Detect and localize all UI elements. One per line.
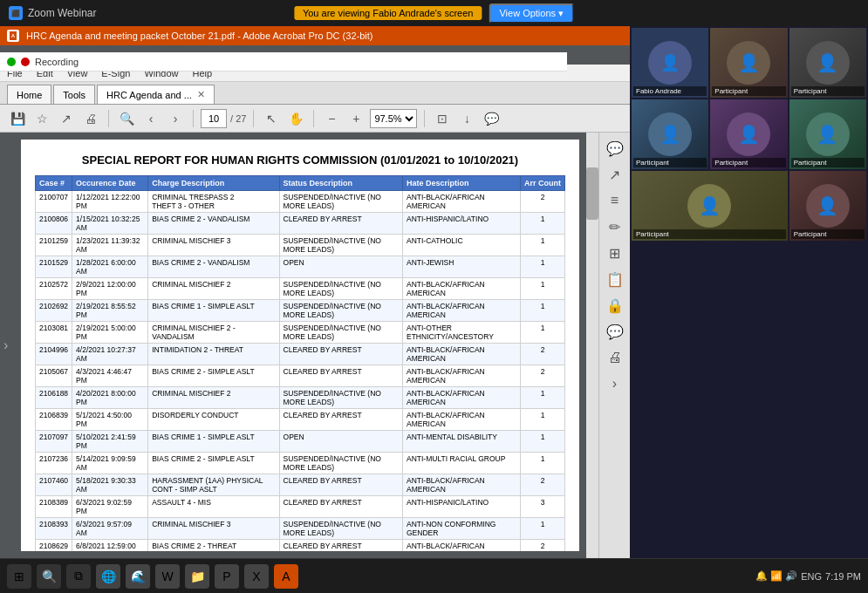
cursor-tool[interactable]: ↖ (261, 108, 282, 129)
acrobat-taskbar-icon[interactable]: A (274, 564, 298, 589)
scrollbar-thumb[interactable] (586, 167, 598, 220)
table-cell: 1/23/2021 11:39:32 AM (72, 235, 148, 256)
participant-cell-3: 👤 Participant (789, 28, 866, 98)
table-cell: BIAS CRIME 2 - VANDALISM (148, 256, 279, 278)
taskbar-left: ⊞ 🔍 ⧉ 🌐 🌊 W 📁 P X A (7, 564, 298, 589)
table-row: 21070975/10/2021 2:41:59 PMBIAS CRIME 1 … (36, 431, 565, 453)
avatar-3: 👤 (806, 41, 850, 85)
vertical-scrollbar[interactable] (586, 133, 598, 558)
tab-home[interactable]: Home (7, 85, 51, 104)
tab-home-label: Home (17, 90, 42, 100)
table-cell: 6/8/2021 12:59:00 PM (72, 540, 148, 552)
task-view-button[interactable]: ⧉ (66, 564, 91, 589)
tab-document[interactable]: HRC Agenda and ... ✕ (97, 85, 215, 104)
table-cell: BIAS CRIME 2 - THREAT (148, 540, 279, 552)
table-cell: CRIMINAL MISCHIEF 3 (148, 518, 279, 540)
explorer-icon[interactable]: 📁 (185, 564, 209, 589)
chrome-icon[interactable]: 🌐 (96, 564, 120, 589)
table-cell: ANTI-BLACK/AFRICAN AMERICAN (403, 387, 521, 409)
avatar-7: 👤 (687, 184, 731, 228)
participant-cell-7: 👤 Participant (632, 171, 788, 241)
table-row: 21049964/2/2021 10:27:37 AMINTIMIDATION … (36, 344, 565, 365)
search-taskbar[interactable]: 🔍 (37, 564, 61, 589)
panel-comments-icon[interactable]: 💬 (603, 136, 627, 160)
table-cell: 1 (520, 213, 564, 235)
table-cell: CLEARED BY ARREST (279, 540, 402, 552)
table-cell: 6/3/2021 9:02:59 PM (72, 496, 148, 518)
page-number-input[interactable] (201, 109, 227, 128)
col-occurrence: Occurence Date (72, 176, 148, 191)
share-button[interactable]: ↗ (56, 108, 77, 129)
panel-review-icon[interactable]: 💬 (603, 319, 627, 344)
table-cell: 4/20/2021 8:00:00 PM (72, 387, 148, 409)
tab-close-icon[interactable]: ✕ (197, 89, 205, 100)
prev-page-button[interactable]: ‹ (140, 108, 161, 129)
acrobat-app-icon: A (7, 30, 19, 42)
acrobat-toolbar: 💾 ☆ ↗ 🖨 🔍 ‹ › / 27 ↖ ✋ − + 97.5% ⊡ ↓ 💬 (0, 105, 630, 133)
pdf-scroll-area[interactable]: SPECIAL REPORT FOR HUMAN RIGHTS COMMISSI… (14, 133, 586, 558)
table-cell: 2/19/2021 8:55:52 PM (72, 300, 148, 322)
panel-fill-icon[interactable]: 📋 (603, 267, 627, 291)
panel-print-icon[interactable]: 🖨 (603, 345, 627, 370)
excel-icon[interactable]: X (244, 564, 269, 589)
table-cell: CLEARED BY ARREST (279, 496, 402, 518)
panel-more-icon[interactable]: › (603, 371, 627, 396)
table-cell: ANTI-JEWISH (403, 256, 521, 278)
participant-name-8: Participant (791, 229, 865, 239)
table-cell: 2107236 (36, 453, 72, 474)
marquee-tool[interactable]: ⊡ (432, 108, 453, 129)
tab-document-label: HRC Agenda and ... (106, 90, 192, 100)
table-cell: 2108629 (36, 540, 72, 552)
acrobat-titlebar: A HRC Agenda and meeting packet October … (0, 26, 630, 45)
main-area: A HRC Agenda and meeting packet October … (0, 26, 868, 558)
left-nav-arrow[interactable]: › (3, 337, 8, 353)
hand-tool[interactable]: ✋ (285, 108, 306, 129)
col-hate: Hate Description (403, 176, 521, 191)
edge-icon[interactable]: 🌊 (126, 564, 150, 589)
avatar-6: 👤 (806, 112, 850, 156)
panel-protect-icon[interactable]: 🔒 (603, 293, 627, 317)
word-icon[interactable]: W (155, 564, 180, 589)
participant-cell-6: 👤 Participant (789, 99, 866, 169)
download-button[interactable]: ↓ (456, 108, 477, 129)
table-cell: 5/10/2021 2:41:59 PM (72, 431, 148, 453)
panel-tools-icon[interactable]: ≡ (603, 188, 627, 213)
table-row: 21074605/18/2021 9:30:33 AMHARASSMENT (1… (36, 474, 565, 496)
zoom-out-btn[interactable]: 🔍 (116, 108, 137, 129)
tray-icons: 🔔 📶 🔊 (755, 570, 797, 582)
powerpoint-icon[interactable]: P (215, 564, 239, 589)
table-cell: SUSPENDED/INACTIVE (NO MORE LEADS) (279, 300, 402, 322)
participant-cell-8: 👤 Participant (789, 171, 866, 241)
tab-tools[interactable]: Tools (53, 85, 95, 104)
start-button[interactable]: ⊞ (7, 564, 31, 589)
save-button[interactable]: 💾 (7, 108, 28, 129)
table-cell: 1 (520, 453, 564, 474)
acrobat-logo: A (10, 31, 17, 40)
table-cell: 2103081 (36, 322, 72, 344)
zoom-minus-button[interactable]: − (321, 108, 342, 129)
table-cell: 2 (520, 344, 564, 365)
table-cell: 2 (520, 365, 564, 387)
table-row: 21050674/3/2021 4:46:47 PMBIAS CRIME 2 -… (36, 365, 565, 387)
print-button[interactable]: 🖨 (80, 108, 101, 129)
panel-organize-icon[interactable]: ⊞ (603, 241, 627, 265)
view-options-button[interactable]: View Options ▾ (489, 3, 574, 24)
panel-share-icon[interactable]: ↗ (603, 162, 627, 187)
next-page-button[interactable]: › (165, 108, 186, 129)
language-indicator: ENG (801, 571, 822, 582)
table-cell: ANTI-BLACK/AFRICAN AMERICAN (403, 474, 521, 496)
zoom-plus-button[interactable]: + (345, 108, 366, 129)
table-cell: ANTI-BLACK/AFRICAN AMERICAN (403, 365, 521, 387)
comment-button[interactable]: 💬 (481, 108, 502, 129)
table-cell: 2/19/2021 5:00:00 PM (72, 322, 148, 344)
table-cell: SUSPENDED/INACTIVE (NO MORE LEADS) (279, 322, 402, 344)
bookmark-button[interactable]: ☆ (31, 108, 52, 129)
zoom-level-select[interactable]: 97.5% (370, 109, 417, 128)
panel-edit-icon[interactable]: ✏ (603, 215, 627, 239)
table-cell: ANTI-BLACK/AFRICAN AMERICAN (403, 300, 521, 322)
table-row: 21086296/8/2021 12:59:00 PMBIAS CRIME 2 … (36, 540, 565, 552)
avatar-4: 👤 (648, 112, 692, 156)
table-cell: 1 (520, 256, 564, 278)
table-cell: ANTI-NON CONFORMING GENDER (403, 518, 521, 540)
table-cell: 2102572 (36, 278, 72, 300)
